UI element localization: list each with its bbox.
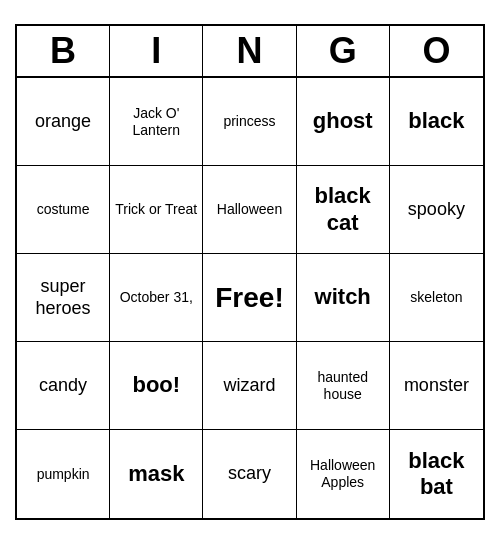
bingo-cell: October 31, — [110, 254, 203, 342]
bingo-cell: Trick or Treat — [110, 166, 203, 254]
bingo-cell: pumpkin — [17, 430, 110, 518]
bingo-cell: costume — [17, 166, 110, 254]
header-letter: N — [203, 26, 296, 76]
bingo-cell: monster — [390, 342, 483, 430]
bingo-card: BINGO orangeJack O' Lanternprincessghost… — [15, 24, 485, 520]
bingo-cell: mask — [110, 430, 203, 518]
bingo-cell: Jack O' Lantern — [110, 78, 203, 166]
header-letter: I — [110, 26, 203, 76]
header-letter: B — [17, 26, 110, 76]
bingo-header: BINGO — [17, 26, 483, 78]
bingo-cell: orange — [17, 78, 110, 166]
bingo-grid: orangeJack O' Lanternprincessghostblackc… — [17, 78, 483, 518]
bingo-cell: scary — [203, 430, 296, 518]
bingo-cell: witch — [297, 254, 390, 342]
bingo-cell: ghost — [297, 78, 390, 166]
header-letter: G — [297, 26, 390, 76]
bingo-cell: super heroes — [17, 254, 110, 342]
bingo-cell: Halloween — [203, 166, 296, 254]
bingo-cell: black cat — [297, 166, 390, 254]
bingo-cell: haunted house — [297, 342, 390, 430]
bingo-cell: spooky — [390, 166, 483, 254]
bingo-cell: Halloween Apples — [297, 430, 390, 518]
bingo-cell: wizard — [203, 342, 296, 430]
header-letter: O — [390, 26, 483, 76]
bingo-cell: princess — [203, 78, 296, 166]
bingo-cell: boo! — [110, 342, 203, 430]
bingo-cell: black bat — [390, 430, 483, 518]
bingo-cell: black — [390, 78, 483, 166]
bingo-cell: candy — [17, 342, 110, 430]
bingo-cell: Free! — [203, 254, 296, 342]
bingo-cell: skeleton — [390, 254, 483, 342]
